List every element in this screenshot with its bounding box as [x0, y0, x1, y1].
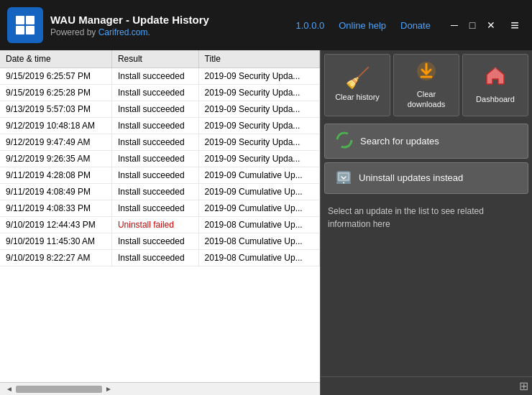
restore-area: ⊞	[321, 376, 532, 395]
clear-downloads-button[interactable]: Cleardownloads	[393, 54, 459, 116]
cell-title: 2019-09 Security Upda...	[198, 101, 319, 118]
cell-title: 2019-09 Cumulative Up...	[198, 200, 319, 217]
cell-date: 9/10/2019 12:44:43 PM	[0, 217, 111, 233]
clear-history-icon: 🧹	[345, 68, 370, 88]
cell-result: Install succeeded	[111, 167, 198, 184]
cell-title: 2019-09 Cumulative Up...	[198, 184, 319, 200]
cell-result: Install succeeded	[111, 200, 198, 217]
cell-result: Install succeeded	[111, 184, 198, 200]
table-row[interactable]: 9/10/2019 8:22:27 AMInstall succeeded201…	[0, 250, 320, 266]
scroll-left-arrow[interactable]: ◄	[3, 385, 16, 393]
carifred-link[interactable]: Carifred.com	[98, 27, 148, 37]
left-panel: Date & time Result Title 9/15/2019 6:25:…	[0, 50, 320, 395]
cell-title: 2019-09 Security Upda...	[198, 85, 319, 101]
dashboard-icon	[485, 65, 506, 90]
powered-by: Powered by Carifred.com.	[50, 27, 295, 37]
table-row[interactable]: 9/12/2019 9:47:49 AMInstall succeeded201…	[0, 134, 320, 151]
cell-title: 2019-09 Security Upda...	[198, 134, 319, 151]
main-content: Date & time Result Title 9/15/2019 6:25:…	[0, 50, 532, 395]
svg-rect-0	[16, 16, 24, 24]
col-header-date: Date & time	[0, 50, 111, 68]
cell-date: 9/13/2019 5:57:03 PM	[0, 101, 111, 118]
restore-icon[interactable]: ⊞	[519, 379, 528, 393]
table-row[interactable]: 9/12/2019 10:48:18 AMInstall succeeded20…	[0, 118, 320, 134]
donate-link[interactable]: Donate	[400, 20, 431, 31]
cell-result: Install succeeded	[111, 233, 198, 250]
maximize-button[interactable]: □	[464, 17, 481, 33]
title-bar: WAU Manager - Update History Powered by …	[0, 0, 532, 50]
cell-result: Install succeeded	[111, 118, 198, 134]
table-row[interactable]: 9/10/2019 11:45:30 AMInstall succeeded20…	[0, 233, 320, 250]
search-updates-button[interactable]: Search for updates	[324, 124, 528, 159]
dashboard-label: Dashboard	[476, 94, 515, 104]
cell-date: 9/11/2019 4:08:33 PM	[0, 200, 111, 217]
cell-date: 9/15/2019 6:25:28 PM	[0, 85, 111, 101]
table-header-row: Date & time Result Title	[0, 50, 320, 68]
cell-title: 2019-09 Security Upda...	[198, 68, 319, 85]
cell-result: Uninstall failed	[111, 217, 198, 233]
uninstall-updates-button[interactable]: Uninstall updates instead	[324, 162, 528, 194]
cell-result: Install succeeded	[111, 85, 198, 101]
cell-title: 2019-08 Cumulative Up...	[198, 250, 319, 266]
app-logo	[7, 7, 43, 43]
update-table: Date & time Result Title 9/15/2019 6:25:…	[0, 50, 320, 266]
search-updates-icon	[336, 131, 353, 151]
title-links: 1.0.0.0 Online help Donate	[295, 20, 430, 31]
svg-point-6	[337, 133, 352, 147]
cell-title: 2019-08 Cumulative Up...	[198, 233, 319, 250]
table-row[interactable]: 9/11/2019 4:08:33 PMInstall succeeded201…	[0, 200, 320, 217]
horizontal-scrollbar[interactable]: ◄ ►	[0, 382, 320, 395]
action-buttons-row: 🧹 Clear history Cleardownloads	[321, 50, 532, 120]
cell-result: Install succeeded	[111, 151, 198, 167]
right-panel: 🧹 Clear history Cleardownloads	[320, 50, 532, 395]
cell-result: Install succeeded	[111, 250, 198, 266]
cell-date: 9/15/2019 6:25:57 PM	[0, 68, 111, 85]
hamburger-menu-button[interactable]: ≡	[505, 14, 525, 37]
clear-downloads-label: Cleardownloads	[408, 89, 446, 110]
clear-history-label: Clear history	[335, 92, 380, 102]
cell-result: Install succeeded	[111, 101, 198, 118]
svg-rect-3	[26, 26, 35, 34]
clear-downloads-icon	[416, 60, 437, 85]
window-controls: ─ □ ✕ ≡	[445, 14, 525, 37]
svg-rect-1	[26, 16, 35, 24]
minimize-button[interactable]: ─	[445, 17, 464, 33]
clear-history-button[interactable]: 🧹 Clear history	[324, 54, 390, 116]
version-link[interactable]: 1.0.0.0	[295, 20, 324, 31]
cell-title: 2019-09 Cumulative Up...	[198, 167, 319, 184]
online-help-link[interactable]: Online help	[339, 20, 386, 31]
table-row[interactable]: 9/15/2019 6:25:28 PMInstall succeeded201…	[0, 85, 320, 101]
table-row[interactable]: 9/15/2019 6:25:57 PMInstall succeeded201…	[0, 68, 320, 85]
close-button[interactable]: ✕	[481, 17, 501, 33]
table-row[interactable]: 9/12/2019 9:26:35 AMInstall succeeded201…	[0, 151, 320, 167]
cell-title: 2019-09 Security Upda...	[198, 118, 319, 134]
cell-date: 9/11/2019 4:08:49 PM	[0, 184, 111, 200]
table-row[interactable]: 9/11/2019 4:28:08 PMInstall succeeded201…	[0, 167, 320, 184]
cell-date: 9/11/2019 4:28:08 PM	[0, 167, 111, 184]
table-row[interactable]: 9/13/2019 5:57:03 PMInstall succeeded201…	[0, 101, 320, 118]
col-header-title: Title	[198, 50, 319, 68]
dashboard-button[interactable]: Dashboard	[462, 54, 528, 116]
cell-date: 9/12/2019 10:48:18 AM	[0, 118, 111, 134]
table-row[interactable]: 9/11/2019 4:08:49 PMInstall succeeded201…	[0, 184, 320, 200]
uninstall-icon	[336, 170, 352, 186]
scroll-thumb[interactable]	[16, 386, 102, 393]
svg-rect-2	[16, 26, 24, 34]
svg-point-10	[343, 182, 344, 183]
info-area: Select an update in the list to see rela…	[321, 198, 532, 376]
title-area: WAU Manager - Update History Powered by …	[50, 14, 295, 37]
cell-title: 2019-09 Security Upda...	[198, 151, 319, 167]
search-updates-label: Search for updates	[360, 136, 439, 147]
uninstall-updates-label: Uninstall updates instead	[359, 172, 463, 183]
app-title: WAU Manager - Update History	[50, 14, 295, 26]
cell-date: 9/10/2019 8:22:27 AM	[0, 250, 111, 266]
scroll-right-arrow[interactable]: ►	[102, 385, 115, 393]
cell-result: Install succeeded	[111, 134, 198, 151]
table-row[interactable]: 9/10/2019 12:44:43 PMUninstall failed201…	[0, 217, 320, 233]
col-header-result: Result	[111, 50, 198, 68]
info-text: Select an update in the list to see rela…	[328, 206, 484, 229]
cell-date: 9/10/2019 11:45:30 AM	[0, 233, 111, 250]
cell-date: 9/12/2019 9:47:49 AM	[0, 134, 111, 151]
cell-date: 9/12/2019 9:26:35 AM	[0, 151, 111, 167]
cell-result: Install succeeded	[111, 68, 198, 85]
